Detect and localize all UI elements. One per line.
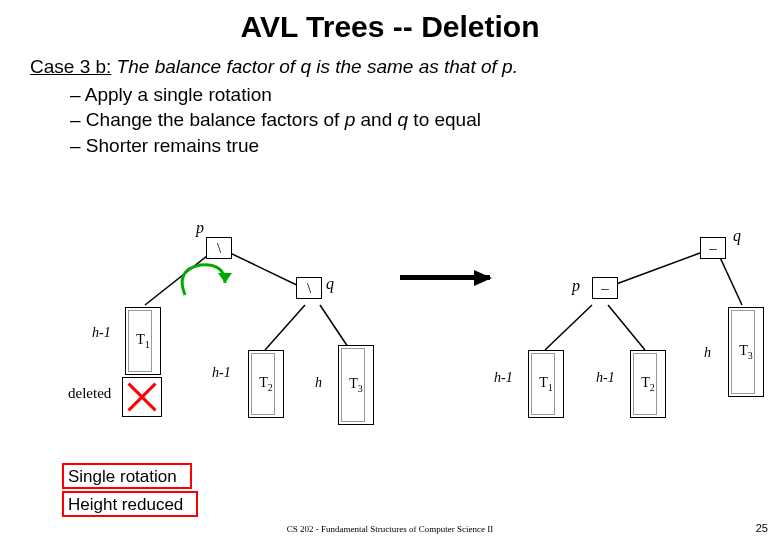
left-p-label: p (196, 219, 204, 237)
left-h3: h (315, 375, 322, 391)
bullet-2: Change the balance factors of p and q to… (70, 107, 750, 133)
right-subtree-t1: T1 (528, 350, 564, 418)
footer-text: CS 202 - Fundamental Structures of Compu… (0, 524, 780, 534)
x-mark-icon (123, 378, 161, 416)
bullet-1: Apply a single rotation (70, 82, 750, 108)
slide-body: Case 3 b: The balance factor of q is the… (0, 44, 780, 159)
svg-line-0 (145, 252, 212, 305)
left-q-label: q (326, 275, 334, 293)
page-number: 25 (756, 522, 768, 534)
svg-line-7 (608, 305, 645, 350)
right-subtree-t2: T2 (630, 350, 666, 418)
left-subtree-t3: T3 (338, 345, 374, 425)
left-h1: h-1 (92, 325, 111, 341)
note-1: Single rotation (64, 465, 190, 489)
left-p-balance: \ (206, 237, 232, 259)
right-p-balance: – (592, 277, 618, 299)
right-q-balance: – (700, 237, 726, 259)
right-h1: h-1 (494, 370, 513, 386)
left-subtree-t2: T2 (248, 350, 284, 418)
left-q-balance: \ (296, 277, 322, 299)
case-line: Case 3 b: The balance factor of q is the… (30, 54, 750, 80)
right-p-label: p (572, 277, 580, 295)
right-h2: h-1 (596, 370, 615, 386)
arrow-icon (400, 275, 490, 280)
note-2-box: Height reduced (62, 491, 198, 517)
slide-title: AVL Trees -- Deletion (0, 10, 780, 44)
svg-line-3 (320, 305, 350, 350)
case-desc: The balance factor of q is the same as t… (117, 56, 518, 77)
deleted-label: deleted (68, 385, 111, 402)
left-subtree-t1: T1 (125, 307, 161, 375)
svg-marker-8 (218, 273, 232, 283)
right-h3: h (704, 345, 711, 361)
left-h2: h-1 (212, 365, 231, 381)
svg-line-2 (265, 305, 305, 350)
svg-line-5 (718, 253, 742, 305)
note-1-box: Single rotation (62, 463, 192, 489)
right-subtree-t3: T3 (728, 307, 764, 397)
diagram-area: p \ q \ T1 h-1 T2 h-1 T3 h deleted q – p… (0, 215, 780, 485)
note-2: Height reduced (64, 493, 196, 517)
right-q-label: q (733, 227, 741, 245)
case-prefix: Case 3 b: (30, 56, 111, 77)
bullet-list: Apply a single rotation Change the balan… (70, 82, 750, 159)
bullet-3: Shorter remains true (70, 133, 750, 159)
svg-line-6 (545, 305, 592, 350)
svg-line-1 (228, 252, 305, 289)
